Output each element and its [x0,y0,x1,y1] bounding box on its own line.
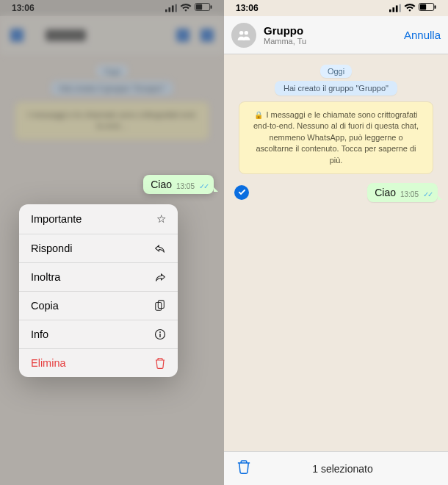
menu-label: Rispondi [31,242,72,254]
system-message: Hai creato il gruppo "Gruppo" [275,81,397,96]
svg-point-20 [245,31,248,35]
screen-context-menu: 13:06 Oggi Hai creato il gruppo "Gruppo"… [0,0,224,485]
svg-rect-13 [392,7,394,12]
date-pill: Oggi [320,65,352,78]
group-title: Gruppo [264,24,397,37]
delete-button[interactable] [237,459,250,478]
signal-icon [389,2,401,14]
wifi-icon [404,2,416,14]
encryption-notice[interactable]: 🔒I messaggi e le chiamate sono crittogra… [239,101,433,174]
group-subtitle: Mamma, Tu [264,37,397,46]
group-avatar-icon[interactable] [231,23,256,48]
cancel-button[interactable]: Annulla [404,29,441,41]
svg-rect-11 [159,334,160,337]
menu-item-forward[interactable]: Inoltra [19,263,178,292]
svg-rect-17 [420,4,426,10]
menu-item-info[interactable]: Info [19,320,178,349]
encryption-text: I messaggi e le chiamate sono crittograf… [253,110,419,165]
selection-count: 1 selezionato [250,463,435,475]
menu-item-important[interactable]: Importante ☆ [19,204,178,234]
chat-header: Gruppo Mamma, Tu Annulla [224,16,448,54]
message-row[interactable]: Ciao 13:05 ✓✓ [231,183,441,202]
forward-icon [154,271,166,283]
svg-rect-12 [389,10,391,12]
reply-icon [154,242,166,254]
lock-icon: 🔒 [254,111,263,119]
status-bar: 13:06 [224,0,448,16]
menu-item-delete[interactable]: Elimina [19,349,178,377]
svg-point-19 [239,31,243,35]
menu-label: Inoltra [31,271,60,283]
message-text: Ciao [375,187,396,198]
menu-label: Elimina [31,357,66,369]
status-time: 13:06 [236,3,259,13]
header-titles[interactable]: Gruppo Mamma, Tu [264,24,397,46]
svg-rect-18 [435,5,436,9]
selection-checkmark-icon[interactable] [234,185,249,200]
svg-rect-14 [396,5,398,12]
chat-area: Oggi Hai creato il gruppo "Gruppo" 🔒I me… [224,54,448,208]
info-icon [154,328,166,340]
menu-label: Copia [31,300,59,312]
context-menu: Importante ☆ Rispondi Inoltra Copia Info [19,204,178,377]
selection-toolbar: 1 selezionato [224,451,448,485]
message-time: 13:05 [400,190,419,198]
trash-icon [154,357,166,369]
menu-item-reply[interactable]: Rispondi [19,234,178,263]
message-bubble[interactable]: Ciao 13:05 ✓✓ [367,183,438,202]
read-ticks-icon: ✓✓ [423,190,432,198]
battery-icon [419,3,436,13]
status-icons [389,2,436,14]
star-icon: ☆ [156,212,166,226]
svg-rect-15 [399,4,401,12]
menu-label: Info [31,328,48,340]
svg-point-10 [159,331,161,333]
menu-item-copy[interactable]: Copia [19,292,178,320]
screen-selection: 13:06 Gruppo Mamma, Tu Annulla Oggi Hai … [224,0,448,485]
menu-label: Importante [31,213,82,225]
copy-icon [154,300,166,312]
